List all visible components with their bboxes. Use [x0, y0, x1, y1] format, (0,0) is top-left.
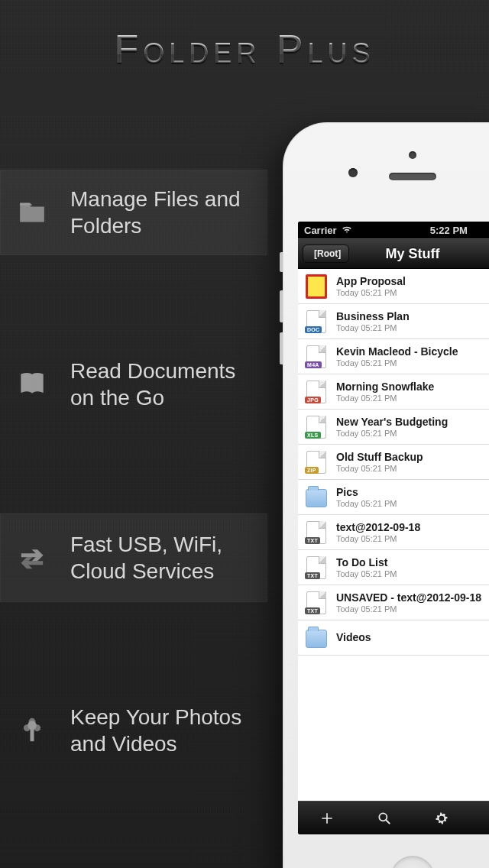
file-name: App Proposal [336, 275, 489, 287]
file-meta: Today 05:21 PM [336, 394, 489, 403]
file-meta: Today 05:21 PM [336, 323, 489, 332]
status-bar: Carrier 5:22 PM [298, 222, 489, 238]
folder-icon [304, 625, 329, 651]
nav-bar: [Root] My Stuff [298, 238, 489, 269]
file-name: Kevin Macleod - Bicycle [336, 345, 489, 358]
front-camera [348, 168, 358, 177]
folder-icon [304, 484, 329, 510]
feature-label: Manage Files and Folders [70, 186, 252, 239]
svg-point-1 [24, 725, 30, 730]
file-row[interactable]: TXTTo Do ListToday 05:21 PM [298, 550, 489, 585]
feature-photos-videos: Keep Your Photos and Videos [0, 686, 267, 775]
file-info: text@2012-09-18Today 05:21 PM [336, 521, 489, 543]
volume-up [280, 290, 283, 322]
file-row[interactable]: App ProposalToday 05:21 PM [298, 269, 489, 304]
file-info: To Do ListToday 05:21 PM [336, 556, 489, 578]
file-meta: Today 05:21 PM [336, 358, 489, 368]
back-button[interactable]: [Root] [303, 245, 349, 263]
carrier-label: Carrier [304, 225, 337, 236]
settings-button[interactable] [426, 806, 457, 831]
file-xls-icon: XLS [304, 414, 329, 440]
file-jpg-icon: JPG [304, 379, 329, 405]
file-row[interactable]: TXTUNSAVED - text@2012-09-18Today 05:21 … [298, 585, 489, 620]
book-icon [14, 369, 50, 400]
file-meta: Today 05:21 PM [336, 464, 489, 473]
file-row[interactable]: JPGMorning SnowflakeToday 05:21 PM [298, 374, 489, 410]
file-meta: Today 05:21 PM [336, 604, 489, 614]
file-row[interactable]: DOCBusiness PlanToday 05:21 PM [298, 304, 489, 339]
file-row[interactable]: Videos [298, 620, 489, 656]
file-info: Morning SnowflakeToday 05:21 PM [336, 381, 489, 403]
file-info: New Year's BudgetingToday 05:21 PM [336, 416, 489, 438]
file-row[interactable]: M4AKevin Macleod - BicycleToday 05:21 PM [298, 339, 489, 374]
earpiece [389, 173, 436, 180]
status-time: 5:22 PM [410, 225, 468, 236]
file-row[interactable]: PicsToday 05:21 PM [298, 480, 489, 515]
mute-switch [280, 252, 283, 272]
phone-screen: Carrier 5:22 PM [Root] My Stuff App Prop… [298, 222, 489, 834]
add-button[interactable] [312, 806, 342, 831]
file-app-icon [304, 274, 329, 300]
transfer-icon [14, 542, 50, 573]
file-zip-icon: ZIP [304, 449, 329, 475]
file-meta: Today 05:21 PM [336, 288, 489, 297]
file-name: Videos [336, 631, 489, 643]
feature-manage-files: Manage Files and Folders [0, 170, 267, 255]
svg-rect-4 [31, 729, 33, 740]
file-name: New Year's Budgeting [336, 416, 489, 428]
feature-fast-transfer: Fast USB, WiFi, Cloud Services [0, 513, 267, 602]
feature-read-documents: Read Documents on the Go [0, 339, 267, 429]
file-txt-icon: TXT [304, 520, 329, 546]
feature-label: Keep Your Photos and Videos [70, 704, 252, 757]
phone-device: Carrier 5:22 PM [Root] My Stuff App Prop… [283, 122, 489, 868]
file-meta: Today 05:21 PM [336, 569, 489, 578]
flower-icon [14, 715, 50, 746]
file-meta: Today 05:21 PM [336, 499, 489, 508]
home-button[interactable] [390, 856, 435, 868]
file-info: Old Stuff BackupToday 05:21 PM [336, 451, 489, 473]
volume-down [280, 332, 283, 364]
file-doc-icon: DOC [304, 309, 329, 335]
file-info: PicsToday 05:21 PM [336, 486, 489, 508]
wifi-icon [342, 224, 352, 236]
file-info: Videos [336, 631, 489, 644]
file-info: UNSAVED - text@2012-09-18Today 05:21 PM [336, 591, 489, 614]
file-row[interactable]: ZIPOld Stuff BackupToday 05:21 PM [298, 445, 489, 480]
toolbar: AZ [298, 801, 489, 834]
svg-point-2 [34, 725, 40, 730]
file-name: Business Plan [336, 310, 489, 322]
feature-label: Read Documents on the Go [70, 358, 252, 411]
file-name: To Do List [336, 556, 489, 568]
file-name: UNSAVED - text@2012-09-18 [336, 591, 489, 604]
app-title: Folder Plus [0, 0, 489, 99]
file-txt-icon: TXT [304, 555, 329, 581]
file-info: App ProposalToday 05:21 PM [336, 275, 489, 297]
file-row[interactable]: XLSNew Year's BudgetingToday 05:21 PM [298, 410, 489, 445]
sort-button[interactable]: AZ [484, 806, 490, 831]
svg-point-3 [29, 719, 34, 724]
folder-icon [14, 197, 50, 228]
file-name: Old Stuff Backup [336, 451, 489, 463]
file-info: Kevin Macleod - BicycleToday 05:21 PM [336, 345, 489, 368]
feature-list: Manage Files and Folders Read Documents … [0, 107, 267, 775]
file-meta: Today 05:21 PM [336, 534, 489, 543]
file-row[interactable]: TXTtext@2012-09-18Today 05:21 PM [298, 515, 489, 550]
file-info: Business PlanToday 05:21 PM [336, 310, 489, 332]
file-name: Pics [336, 486, 489, 498]
file-name: Morning Snowflake [336, 381, 489, 393]
file-name: text@2012-09-18 [336, 521, 489, 533]
proximity-sensor [409, 151, 416, 159]
file-meta: Today 05:21 PM [336, 429, 489, 438]
file-txt-icon: TXT [304, 590, 329, 616]
file-m4a-icon: M4A [304, 344, 329, 370]
search-button[interactable] [369, 806, 400, 831]
file-list[interactable]: App ProposalToday 05:21 PMDOCBusiness Pl… [298, 269, 489, 801]
feature-label: Fast USB, WiFi, Cloud Services [70, 531, 252, 585]
